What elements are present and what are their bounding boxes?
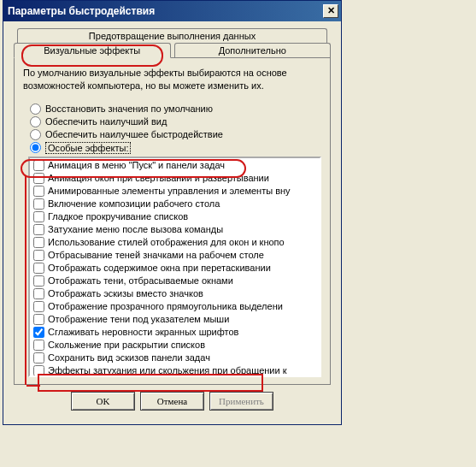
effect-checkbox[interactable] xyxy=(33,301,44,312)
effect-checkbox[interactable] xyxy=(33,211,44,222)
effect-checkbox[interactable] xyxy=(33,224,44,235)
effect-checkbox[interactable] xyxy=(33,314,44,325)
list-item[interactable]: Анимация в меню "Пуск" и панели задач xyxy=(32,159,318,172)
radio-input[interactable] xyxy=(30,103,41,115)
effect-label: Использование стилей отображения для око… xyxy=(48,237,285,247)
tab-advanced[interactable]: Дополнительно xyxy=(174,43,332,57)
radio-best-appearance[interactable]: Обеспечить наилучший вид xyxy=(30,115,321,128)
list-item[interactable]: Затухание меню после вызова команды xyxy=(32,223,318,236)
radio-label: Особые эффекты: xyxy=(45,142,131,154)
radio-restore-defaults[interactable]: Восстановить значения по умолчанию xyxy=(30,103,321,115)
effect-checkbox[interactable] xyxy=(33,186,44,197)
effect-label: Эффекты затухания или скольжения при обр… xyxy=(48,365,287,375)
dialog-content: Предотвращение выполнения данных Визуаль… xyxy=(3,21,341,424)
effect-label: Скольжение при раскрытии списков xyxy=(48,340,205,350)
radio-label: Обеспечить наилучшее быстродействие xyxy=(45,129,223,139)
list-item[interactable]: Анимация окон при свертывании и разверты… xyxy=(32,172,318,185)
button-bar: OK Отмена Применить xyxy=(14,385,331,416)
effects-list: Анимация в меню "Пуск" и панели задачАни… xyxy=(30,158,320,377)
effect-checkbox[interactable] xyxy=(33,250,44,261)
effect-label: Анимация в меню "Пуск" и панели задач xyxy=(48,160,225,170)
list-item[interactable]: Отображать тени, отбрасываемые окнами xyxy=(32,275,318,287)
list-item[interactable]: Отображение тени под указателем мыши xyxy=(32,313,318,326)
titlebar: Параметры быстродействия ✕ xyxy=(3,1,341,21)
effect-checkbox[interactable] xyxy=(33,327,44,338)
ok-button[interactable]: OK xyxy=(71,392,135,411)
effect-checkbox[interactable] xyxy=(33,237,44,248)
effect-label: Анимация окон при свертывании и разверты… xyxy=(48,173,269,183)
list-item[interactable]: Отображение прозрачного прямоугольника в… xyxy=(32,300,318,313)
effect-checkbox[interactable] xyxy=(33,365,44,376)
effect-label: Анимированные элементы управления и элем… xyxy=(48,186,291,196)
effect-label: Отбрасывание теней значками на рабочем с… xyxy=(48,250,264,260)
effect-checkbox[interactable] xyxy=(33,173,44,184)
radio-custom[interactable]: Особые эффекты: xyxy=(30,141,321,155)
effects-listbox[interactable]: Анимация в меню "Пуск" и панели задачАни… xyxy=(28,157,321,377)
list-item[interactable]: Включение композиции рабочего стола xyxy=(32,198,318,210)
list-item[interactable]: Отображать эскизы вместо значков xyxy=(32,287,318,300)
radio-input[interactable] xyxy=(30,129,41,140)
list-item[interactable]: Гладкое прокручивание списков xyxy=(32,210,318,223)
effect-label: Включение композиции рабочего стола xyxy=(48,198,220,209)
radio-input[interactable] xyxy=(30,142,41,153)
effect-checkbox[interactable] xyxy=(33,198,44,210)
effect-label: Сглаживать неровности экранных шрифтов xyxy=(48,327,238,337)
effect-label: Сохранить вид эскизов панели задач xyxy=(48,352,210,363)
effect-label: Отображать содержимое окна при перетаски… xyxy=(48,263,271,273)
list-item[interactable]: Анимированные элементы управления и элем… xyxy=(32,185,318,198)
visual-effects-panel: По умолчанию визуальные эффекты выбирают… xyxy=(14,57,331,385)
list-item[interactable]: Отбрасывание теней значками на рабочем с… xyxy=(32,249,318,262)
tab-dep[interactable]: Предотвращение выполнения данных xyxy=(17,28,327,43)
apply-button[interactable]: Применить xyxy=(209,392,273,411)
list-item[interactable]: Сглаживать неровности экранных шрифтов xyxy=(32,326,318,339)
effect-checkbox[interactable] xyxy=(33,275,44,287)
tab-visual-effects[interactable]: Визуальные эффекты xyxy=(14,43,171,58)
effect-label: Затухание меню после вызова команды xyxy=(48,224,223,234)
effect-label: Отображать эскизы вместо значков xyxy=(48,288,203,299)
effect-checkbox[interactable] xyxy=(33,288,44,299)
effect-label: Гладкое прокручивание списков xyxy=(48,211,188,222)
list-item[interactable]: Скольжение при раскрытии списков xyxy=(32,339,318,352)
effect-label: Отображать тени, отбрасываемые окнами xyxy=(48,275,233,286)
effect-label: Отображение тени под указателем мыши xyxy=(48,314,229,324)
radio-input[interactable] xyxy=(30,116,41,127)
radio-label: Восстановить значения по умолчанию xyxy=(45,103,213,114)
radio-best-performance[interactable]: Обеспечить наилучшее быстродействие xyxy=(30,128,321,141)
list-item[interactable]: Отображать содержимое окна при перетаски… xyxy=(32,262,318,275)
list-item[interactable]: Сохранить вид эскизов панели задач xyxy=(32,352,318,364)
performance-options-dialog: Параметры быстродействия ✕ Предотвращени… xyxy=(3,0,342,425)
effect-checkbox[interactable] xyxy=(33,340,44,351)
tab-strip: Предотвращение выполнения данных Визуаль… xyxy=(14,28,331,57)
window-title: Параметры быстродействия xyxy=(8,5,155,17)
list-item[interactable]: Использование стилей отображения для око… xyxy=(32,236,318,249)
radio-group: Восстановить значения по умолчанию Обесп… xyxy=(30,103,321,155)
effect-checkbox[interactable] xyxy=(33,160,44,171)
effect-checkbox[interactable] xyxy=(33,263,44,274)
list-item[interactable]: Эффекты затухания или скольжения при обр… xyxy=(32,364,318,377)
radio-label: Обеспечить наилучший вид xyxy=(45,116,167,127)
cancel-button[interactable]: Отмена xyxy=(140,392,204,411)
close-button[interactable]: ✕ xyxy=(323,4,338,18)
effect-checkbox[interactable] xyxy=(33,352,44,364)
description-text: По умолчанию визуальные эффекты выбирают… xyxy=(23,67,321,92)
effect-label: Отображение прозрачного прямоугольника в… xyxy=(48,301,283,311)
